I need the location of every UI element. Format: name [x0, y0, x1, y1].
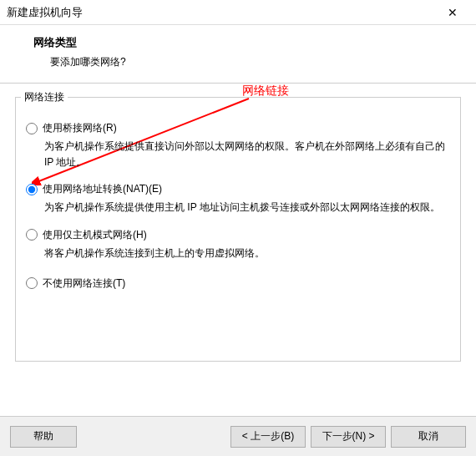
radio-hostonly-input[interactable]	[26, 229, 38, 241]
titlebar: 新建虚拟机向导 ✕	[0, 0, 476, 25]
radio-none-input[interactable]	[26, 277, 38, 289]
option-nat: 使用网络地址转换(NAT)(E) 为客户机操作系统提供使用主机 IP 地址访问主…	[26, 182, 450, 215]
radio-bridge-desc: 为客户机操作系统提供直接访问外部以太网网络的权限。客户机在外部网络上必须有自己的…	[44, 139, 450, 170]
radio-nat-input[interactable]	[26, 184, 38, 195]
page-title: 网络类型	[33, 35, 456, 50]
option-hostonly: 使用仅主机模式网络(H) 将客户机操作系统连接到主机上的专用虚拟网络。	[26, 228, 450, 261]
wizard-header: 网络类型 要添加哪类网络?	[0, 25, 476, 84]
radio-bridge-input[interactable]	[26, 123, 38, 134]
radio-bridge[interactable]: 使用桥接网络(R)	[26, 121, 450, 135]
radio-hostonly-desc: 将客户机操作系统连接到主机上的专用虚拟网络。	[44, 246, 450, 261]
fieldset-legend: 网络连接	[21, 90, 68, 104]
page-subtitle: 要添加哪类网络?	[50, 55, 456, 69]
radio-nat-label: 使用网络地址转换(NAT)(E)	[43, 182, 162, 196]
radio-bridge-label: 使用桥接网络(R)	[43, 121, 117, 135]
close-icon[interactable]: ✕	[436, 1, 469, 24]
help-button[interactable]: 帮助	[10, 426, 77, 448]
radio-none-label: 不使用网络连接(T)	[43, 276, 125, 291]
option-none: 不使用网络连接(T)	[26, 276, 450, 291]
radio-nat-desc: 为客户机操作系统提供使用主机 IP 地址访问主机拨号连接或外部以太网网络连接的权…	[44, 200, 450, 215]
network-fieldset: 网络连接 使用桥接网络(R) 为客户机操作系统提供直接访问外部以太网网络的权限。…	[15, 97, 461, 362]
radio-nat[interactable]: 使用网络地址转换(NAT)(E)	[26, 182, 450, 196]
back-button[interactable]: < 上一步(B)	[230, 426, 306, 448]
option-bridge: 使用桥接网络(R) 为客户机操作系统提供直接访问外部以太网网络的权限。客户机在外…	[26, 121, 450, 170]
radio-hostonly-label: 使用仅主机模式网络(H)	[43, 228, 147, 242]
radio-hostonly[interactable]: 使用仅主机模式网络(H)	[26, 228, 450, 242]
window-title: 新建虚拟机向导	[7, 5, 436, 20]
radio-none[interactable]: 不使用网络连接(T)	[26, 276, 450, 291]
next-button[interactable]: 下一步(N) >	[311, 426, 386, 448]
cancel-button[interactable]: 取消	[391, 426, 466, 448]
content-area: 网络链接 网络连接 使用桥接网络(R) 为客户机操作系统提供直接访问外部以太网网…	[0, 84, 476, 375]
footer: 帮助 < 上一步(B) 下一步(N) > 取消	[0, 416, 476, 456]
